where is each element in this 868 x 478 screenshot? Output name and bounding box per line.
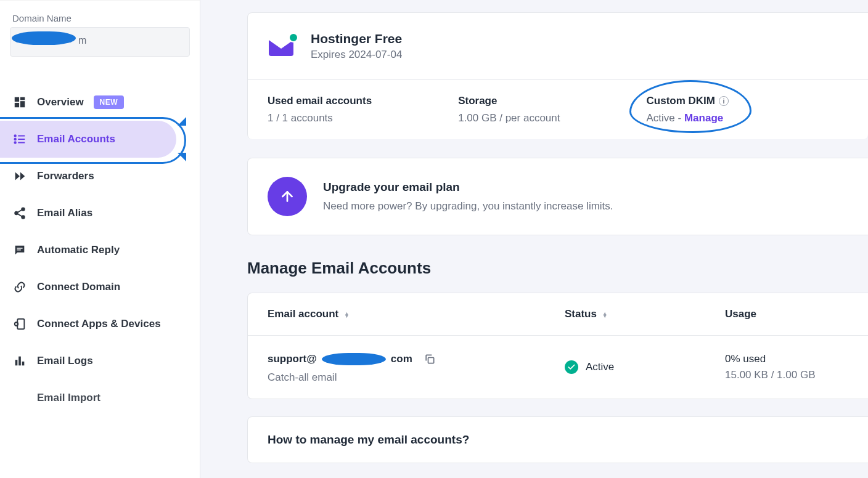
sidebar-item-connect-domain[interactable]: Connect Domain (0, 269, 200, 306)
stat-value: 1 / 1 accounts (268, 112, 372, 124)
domain-section: Domain Name placeholder m (0, 0, 200, 67)
svg-rect-19 (15, 360, 18, 365)
plan-stats: Used email accounts 1 / 1 accounts Stora… (248, 80, 868, 139)
sidebar-item-overview[interactable]: Overview NEW (0, 84, 200, 121)
svg-point-6 (14, 139, 15, 140)
svg-line-13 (17, 210, 22, 213)
info-icon[interactable]: i (719, 96, 729, 106)
faq-title: How to manage my email accounts? (268, 433, 848, 447)
annotation-corner (178, 117, 186, 126)
upgrade-title: Upgrade your email plan (323, 180, 613, 194)
catch-all-label: Catch-all email (268, 371, 565, 384)
status-text: Active (586, 361, 614, 373)
stat-value: Active - Manage (647, 112, 729, 124)
check-circle-icon (565, 360, 578, 374)
stat-storage: Storage 1.00 GB / per account (458, 95, 560, 124)
dashboard-icon (12, 95, 27, 110)
usage-percent: 0% used (725, 353, 848, 365)
section-title: Manage Email Accounts (247, 259, 868, 278)
phone-settings-icon (12, 317, 27, 331)
sidebar-item-label: Email Accounts (37, 133, 115, 145)
link-icon (12, 280, 27, 294)
dkim-status-text: Active - (647, 112, 682, 124)
sidebar-item-connect-apps[interactable]: Connect Apps & Devices (0, 306, 200, 342)
upgrade-subtitle: Need more power? By upgrading, you insta… (323, 200, 613, 213)
usage-detail: 15.00 KB / 1.00 GB (725, 369, 848, 381)
manage-dkim-link[interactable]: Manage (684, 112, 723, 124)
sidebar-item-forwarders[interactable]: Forwarders (0, 158, 200, 195)
svg-rect-21 (22, 362, 25, 365)
sidebar-item-email-import[interactable]: Email Import (0, 379, 200, 416)
domain-name-select[interactable]: placeholder m (10, 27, 190, 57)
sidebar-item-label: Automatic Reply (37, 244, 120, 256)
plan-card: Hostinger Free Expires 2024-07-04 Used e… (247, 12, 868, 139)
copy-icon[interactable] (421, 350, 438, 368)
plan-name: Hostinger Free (311, 31, 402, 46)
sort-icon: ▲▼ (344, 312, 350, 317)
main-content: Hostinger Free Expires 2024-07-04 Used e… (200, 0, 868, 478)
column-label: Usage (725, 308, 756, 320)
email-prefix: support@ (268, 353, 317, 365)
dkim-label-text: Custom DKIM (647, 95, 715, 107)
email-accounts-table: Email account ▲▼ Status ▲▼ Usage support… (247, 293, 868, 399)
status-cell: Active (565, 360, 725, 374)
table-header: Email account ▲▼ Status ▲▼ Usage (248, 293, 868, 336)
sidebar-item-label: Overview (37, 96, 84, 108)
bar-chart-icon (12, 354, 27, 368)
sidebar-item-label: Email Import (37, 392, 100, 404)
column-label: Status (565, 308, 597, 320)
sidebar-item-automatic-reply[interactable]: Automatic Reply (0, 232, 200, 269)
email-address: support@ com (268, 350, 565, 368)
plan-expires: Expires 2024-07-04 (311, 49, 402, 61)
column-label: Email account (268, 308, 338, 320)
sidebar-item-label: Email Alias (37, 207, 92, 219)
svg-point-4 (14, 135, 15, 136)
sidebar-item-label: Forwarders (37, 170, 94, 182)
sidebar-item-email-alias[interactable]: Email Alias (0, 195, 200, 232)
svg-line-14 (17, 214, 22, 217)
svg-rect-20 (18, 357, 21, 366)
sidebar-nav: Overview NEW Email Accounts Forward (0, 67, 200, 416)
sort-icon: ▲▼ (602, 312, 608, 317)
stat-label: Storage (458, 95, 560, 107)
download-icon (12, 391, 27, 405)
list-icon (12, 132, 27, 147)
new-badge: NEW (94, 95, 125, 109)
svg-rect-3 (15, 103, 19, 107)
forward-icon (12, 169, 27, 184)
domain-name-suffix: m (78, 35, 86, 46)
plan-header: Hostinger Free Expires 2024-07-04 (248, 13, 868, 80)
svg-rect-15 (17, 248, 22, 248)
sidebar-item-label: Email Logs (37, 355, 93, 367)
svg-rect-1 (20, 97, 25, 100)
svg-rect-24 (428, 358, 433, 363)
stat-label: Custom DKIM i (647, 95, 729, 107)
svg-rect-0 (15, 97, 19, 102)
sidebar-item-email-accounts[interactable]: Email Accounts (0, 121, 176, 158)
usage-cell: 0% used 15.00 KB / 1.00 GB (725, 353, 848, 381)
sidebar-item-label: Connect Domain (37, 281, 120, 293)
column-header-email[interactable]: Email account ▲▼ (268, 308, 565, 320)
domain-name-label: Domain Name (12, 13, 190, 23)
upgrade-card[interactable]: Upgrade your email plan Need more power?… (247, 158, 868, 235)
faq-card[interactable]: How to manage my email accounts? (247, 416, 868, 463)
stat-used-accounts: Used email accounts 1 / 1 accounts (268, 95, 372, 124)
stat-value: 1.00 GB / per account (458, 112, 560, 124)
upgrade-arrow-icon (268, 177, 307, 216)
svg-point-8 (14, 142, 15, 143)
svg-rect-2 (20, 101, 25, 107)
stat-label: Used email accounts (268, 95, 372, 107)
email-suffix: com (391, 353, 412, 365)
mail-plan-icon (268, 34, 297, 59)
stat-dkim: Custom DKIM i Active - Manage (647, 95, 729, 124)
sidebar: Domain Name placeholder m Overview NEW (0, 0, 200, 478)
sidebar-item-email-accounts-wrap: Email Accounts (0, 121, 200, 158)
sidebar-item-label: Connect Apps & Devices (37, 318, 161, 330)
column-header-usage: Usage (725, 308, 848, 320)
sidebar-item-email-logs[interactable]: Email Logs (0, 342, 200, 379)
svg-rect-16 (17, 249, 20, 250)
column-header-status[interactable]: Status ▲▼ (565, 308, 725, 320)
table-row: support@ com Catch-all email (248, 336, 868, 399)
message-icon (12, 243, 27, 257)
share-icon (12, 206, 27, 221)
